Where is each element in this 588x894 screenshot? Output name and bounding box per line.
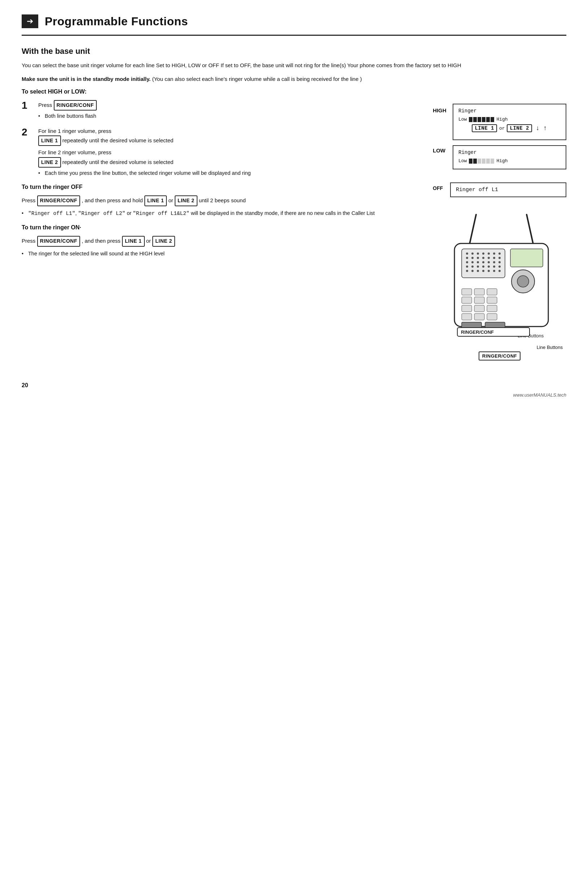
line1-btn-2[interactable]: LINE 1 — [145, 195, 167, 206]
low-bar-high-label: High — [496, 158, 508, 164]
line2-btn-3[interactable]: LINE 2 — [152, 236, 175, 247]
svg-rect-49 — [474, 305, 484, 312]
low-bar-row: Low High — [458, 158, 561, 164]
turn-off-text4: until 2 beeps sound — [199, 197, 246, 203]
svg-point-24 — [499, 261, 501, 263]
low-bar-block-2 — [473, 159, 477, 164]
bar-block-4 — [482, 117, 485, 122]
svg-rect-43 — [474, 288, 484, 295]
turn-on-text2: , and then press — [81, 238, 121, 244]
high-bar-blocks — [469, 117, 494, 122]
svg-point-4 — [466, 252, 468, 255]
turn-on-text: Press RINGER/CONF , and then press LINE … — [22, 236, 422, 247]
off-display-row: OFF Ringer off L1 — [433, 183, 566, 197]
turn-off-text2: , and then press and hold — [81, 197, 143, 203]
svg-point-16 — [493, 257, 495, 259]
step-2-line2-rest: repeatedly until the desired volume is s… — [62, 159, 173, 165]
low-box-title: Ringer — [458, 150, 561, 155]
step-2: 2 For line 1 ringer volume, press LINE 1… — [22, 127, 422, 177]
svg-point-30 — [493, 266, 495, 268]
line2-btn-2[interactable]: LINE 2 — [175, 195, 198, 206]
step-1: 1 Press RINGER/CONF Both line buttons fl… — [22, 100, 422, 120]
header-divider — [22, 35, 566, 36]
svg-point-10 — [499, 252, 501, 255]
svg-point-35 — [482, 270, 484, 272]
ringer-conf-btn-3[interactable]: RINGER/CONF — [37, 236, 80, 247]
steps-right-col: HIGH Ringer Low High LINE 1 — [433, 104, 566, 361]
ringer-conf-label-area: RINGER/CONF — [433, 352, 566, 361]
section-title: With the base unit — [22, 47, 566, 56]
svg-text:RINGER/CONF: RINGER/CONF — [461, 329, 494, 335]
intro-rest-text: (You can also select each line's ringer … — [152, 76, 362, 82]
step-2-line2: For line 2 ringer volume, press — [38, 148, 251, 157]
ringer-conf-btn-2[interactable]: RINGER/CONF — [37, 195, 80, 206]
high-bar-low-label: Low — [458, 117, 467, 122]
low-bar-block-6 — [490, 159, 494, 164]
low-bar-block-4 — [482, 159, 485, 164]
line1-display-btn[interactable]: LINE 1 — [472, 124, 497, 132]
step-2-line1-text: For line 1 ringer volume, press — [38, 128, 112, 134]
step-2-bullet: Each time you press the line button, the… — [38, 169, 251, 177]
svg-point-23 — [493, 261, 495, 263]
turn-off-code1: "Ringer off L1" — [28, 211, 75, 216]
turn-on-bullet: The ringer for the selected line will so… — [22, 249, 422, 258]
svg-point-11 — [466, 257, 468, 259]
ringer-low-display-box: Ringer Low High — [453, 145, 566, 169]
ringer-high-display-box: Ringer Low High LINE 1 or — [453, 104, 566, 140]
line2-display-btn[interactable]: LINE 2 — [507, 124, 532, 132]
step-2-number: 2 — [22, 127, 33, 177]
svg-point-7 — [482, 252, 484, 255]
low-bar-blocks — [469, 159, 494, 164]
turn-on-press-text: Press — [22, 238, 35, 244]
svg-rect-44 — [487, 288, 497, 295]
off-display-text: Ringer off L1 — [456, 187, 498, 193]
low-bar-block-5 — [486, 159, 490, 164]
line1-btn-1[interactable]: LINE 1 — [38, 136, 61, 146]
high-bar-row: Low High — [458, 117, 561, 122]
arrow-down-icon: ↓ — [536, 125, 540, 132]
svg-rect-48 — [462, 305, 472, 312]
line1-btn-3[interactable]: LINE 1 — [122, 236, 145, 247]
svg-point-12 — [471, 257, 473, 259]
steps-area: 1 Press RINGER/CONF Both line buttons fl… — [22, 100, 566, 361]
step-1-number: 1 — [22, 100, 33, 120]
svg-point-29 — [488, 266, 490, 268]
step-2-content: For line 1 ringer volume, press LINE 1 r… — [38, 127, 251, 177]
svg-point-32 — [466, 270, 468, 272]
svg-point-26 — [471, 266, 473, 268]
high-label: HIGH — [433, 104, 449, 113]
step-1-bullet: Both line buttons flash — [38, 112, 97, 120]
svg-rect-46 — [474, 297, 484, 304]
high-box-title: Ringer — [458, 108, 561, 114]
svg-point-6 — [477, 252, 479, 255]
ringer-conf-btn-1[interactable]: RINGER/CONF — [54, 100, 97, 110]
page-title: Programmable Functions — [45, 15, 188, 28]
website-footer: www.userMANUALS.tech — [22, 392, 566, 398]
svg-point-18 — [466, 261, 468, 263]
ringer-conf-label-btn[interactable]: RINGER/CONF — [479, 352, 521, 361]
svg-point-37 — [493, 270, 495, 272]
svg-point-25 — [466, 266, 468, 268]
intro-paragraph-1: You can select the base unit ringer volu… — [22, 61, 566, 70]
svg-point-27 — [477, 266, 479, 268]
turn-on-or: or — [146, 238, 151, 244]
turn-off-text: Press RINGER/CONF , and then press and h… — [22, 195, 422, 206]
turn-off-bullet: "Ringer off L1", "Ringer off L2" or "Rin… — [22, 209, 422, 218]
bar-block-5 — [486, 117, 490, 122]
turn-off-code2: "Ringer off L2" — [78, 211, 126, 216]
high-display-row: HIGH Ringer Low High LINE 1 — [433, 104, 566, 140]
step-2-line2-btn-row: LINE 2 repeatedly until the desired volu… — [38, 157, 251, 168]
svg-point-17 — [499, 257, 501, 259]
svg-line-0 — [469, 214, 476, 247]
bar-block-1 — [469, 117, 472, 122]
step-1-press-text: Press — [38, 102, 52, 108]
line2-btn-1[interactable]: LINE 2 — [38, 157, 61, 168]
subsection-high-low-title: To select HIGH or LOW: — [22, 89, 566, 95]
low-display-row: LOW Ringer Low High — [433, 144, 566, 169]
svg-point-8 — [488, 252, 490, 255]
svg-point-34 — [477, 270, 479, 272]
phone-svg: Line Buttons RINGER/CONF — [433, 211, 570, 355]
bar-block-6 — [490, 117, 494, 122]
low-bar-block-3 — [478, 159, 481, 164]
svg-rect-52 — [474, 314, 484, 320]
